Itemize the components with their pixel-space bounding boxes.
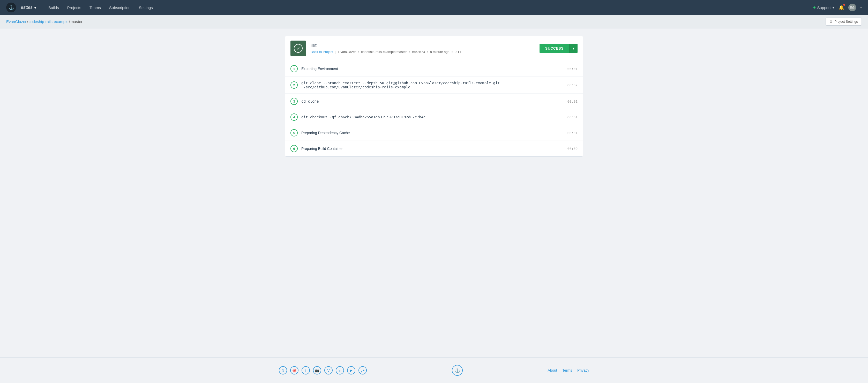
build-header: ✓ init Back to Project | EvanGlazer code…	[285, 36, 583, 61]
breadcrumb: EvanGlazer / codeship-rails-example / ma…	[6, 20, 83, 24]
gear-icon: ⚙	[830, 20, 833, 24]
nav-projects[interactable]: Projects	[64, 4, 85, 11]
build-meta-dot-4	[452, 51, 453, 53]
social-instagram-icon[interactable]: 📷	[313, 366, 321, 375]
footer: 𝕏🐙f📷Vin▶g+ ⚓ AboutTermsPrivacy	[0, 357, 868, 383]
support-button[interactable]: Support ▾	[813, 5, 834, 10]
footer-about-link[interactable]: About	[548, 368, 557, 373]
step-time: 00:01	[567, 115, 578, 119]
success-dropdown-button[interactable]: ▾	[569, 44, 578, 53]
social-youtube-icon[interactable]: ▶	[347, 366, 355, 375]
support-label: Support	[817, 5, 831, 10]
brand-name-label: Testtes	[19, 5, 33, 10]
brand: ⚓ Testtes ▾	[6, 3, 36, 12]
step-time: 00:01	[567, 67, 578, 71]
brand-chevron-icon: ▾	[34, 5, 36, 10]
build-meta-pipe: |	[335, 50, 336, 54]
steps-list: 1 Exporting Environment 00:01 2 git clon…	[285, 61, 583, 156]
build-duration: 0:11	[455, 50, 461, 54]
build-commit: eb6cb73	[412, 50, 425, 54]
support-chevron-icon: ▾	[832, 5, 834, 10]
success-button[interactable]: SUCCESS	[539, 44, 569, 53]
step-number: 4	[290, 113, 298, 121]
build-meta-dot-3	[427, 51, 428, 53]
step-number: 6	[290, 145, 298, 152]
breadcrumb-sep-2: /	[69, 20, 70, 24]
step-time: 00:01	[567, 131, 578, 135]
nav-links: Builds Projects Teams Subscription Setti…	[45, 4, 814, 11]
footer-terms-link[interactable]: Terms	[562, 368, 572, 373]
footer-social: 𝕏🐙f📷Vin▶g+	[279, 366, 367, 375]
step-number: 2	[290, 81, 298, 89]
step-row[interactable]: 2 git clone --branch "master" --depth 50…	[285, 77, 583, 94]
back-to-project-link[interactable]: Back to Project	[311, 50, 333, 54]
breadcrumb-branch: master	[71, 20, 83, 24]
social-facebook-icon[interactable]: f	[302, 366, 310, 375]
main-content: ✓ init Back to Project | EvanGlazer code…	[279, 28, 589, 357]
build-repo-branch: codeship-rails-example/master	[361, 50, 407, 54]
nav-settings[interactable]: Settings	[135, 4, 156, 11]
step-row[interactable]: 5 Preparing Dependency Cache 00:01	[285, 125, 583, 141]
breadcrumb-bar: EvanGlazer / codeship-rails-example / ma…	[0, 15, 868, 28]
social-vimeo-icon[interactable]: V	[324, 366, 333, 375]
build-card: ✓ init Back to Project | EvanGlazer code…	[285, 36, 583, 156]
nav-teams[interactable]: Teams	[86, 4, 104, 11]
step-time: 00:01	[567, 100, 578, 103]
step-label: git checkout -qf eb6cb7384dba255a1db319c…	[301, 115, 564, 119]
step-label: Preparing Dependency Cache	[301, 131, 564, 135]
step-number: 5	[290, 129, 298, 136]
breadcrumb-repo-link[interactable]: codeship-rails-example	[29, 20, 68, 24]
build-time-ago: a minute ago	[430, 50, 450, 54]
step-time: 00:09	[567, 147, 578, 151]
support-status-dot	[813, 6, 815, 8]
build-status-icon: ✓	[290, 41, 306, 56]
footer-inner: 𝕏🐙f📷Vin▶g+ ⚓ AboutTermsPrivacy	[279, 365, 589, 376]
step-label: git clone --branch "master" --depth 50 g…	[301, 81, 564, 89]
build-meta: Back to Project | EvanGlazer codeship-ra…	[311, 50, 535, 54]
social-linkedin-icon[interactable]: in	[336, 366, 344, 375]
step-label: Exporting Environment	[301, 67, 564, 71]
build-check-icon: ✓	[294, 44, 303, 53]
build-meta-dot-2	[409, 51, 410, 53]
footer-logo: ⚓	[452, 365, 463, 376]
social-twitter-icon[interactable]: 𝕏	[279, 366, 287, 375]
user-menu-chevron-icon[interactable]: ▾	[860, 6, 862, 9]
step-row[interactable]: 1 Exporting Environment 00:01	[285, 61, 583, 77]
notification-badge	[843, 4, 845, 6]
build-actions: SUCCESS ▾	[539, 44, 578, 53]
avatar[interactable]: EG	[848, 4, 856, 11]
step-label: Preparing Build Container	[301, 146, 564, 151]
footer-privacy-link[interactable]: Privacy	[577, 368, 589, 373]
breadcrumb-sep-1: /	[27, 20, 28, 24]
step-time: 00:02	[567, 83, 578, 87]
project-settings-button[interactable]: ⚙ Project Settings	[826, 18, 862, 26]
step-row[interactable]: 4 git checkout -qf eb6cb7384dba255a1db31…	[285, 109, 583, 125]
step-number: 3	[290, 98, 298, 105]
project-settings-label: Project Settings	[834, 20, 858, 24]
social-github-icon[interactable]: 🐙	[290, 366, 299, 375]
build-meta-dot-1	[358, 51, 359, 53]
step-row[interactable]: 6 Preparing Build Container 00:09	[285, 141, 583, 156]
navbar: ⚓ Testtes ▾ Builds Projects Teams Subscr…	[0, 0, 868, 15]
build-author: EvanGlazer	[338, 50, 356, 54]
footer-links: AboutTermsPrivacy	[548, 368, 589, 373]
nav-builds[interactable]: Builds	[45, 4, 63, 11]
brand-logo-icon: ⚓	[6, 3, 16, 12]
step-row[interactable]: 3 cd clone 00:01	[285, 94, 583, 109]
nav-subscription[interactable]: Subscription	[105, 4, 134, 11]
social-google-plus-icon[interactable]: g+	[359, 366, 367, 375]
build-title: init	[311, 43, 535, 48]
build-info: init Back to Project | EvanGlazer codesh…	[311, 43, 535, 54]
step-label: cd clone	[301, 99, 564, 103]
notifications-icon[interactable]: 🔔	[838, 5, 844, 10]
brand-name-button[interactable]: Testtes ▾	[19, 5, 36, 10]
step-number: 1	[290, 65, 298, 72]
breadcrumb-org-link[interactable]: EvanGlazer	[6, 20, 26, 24]
nav-right: Support ▾ 🔔 EG ▾	[813, 4, 862, 11]
